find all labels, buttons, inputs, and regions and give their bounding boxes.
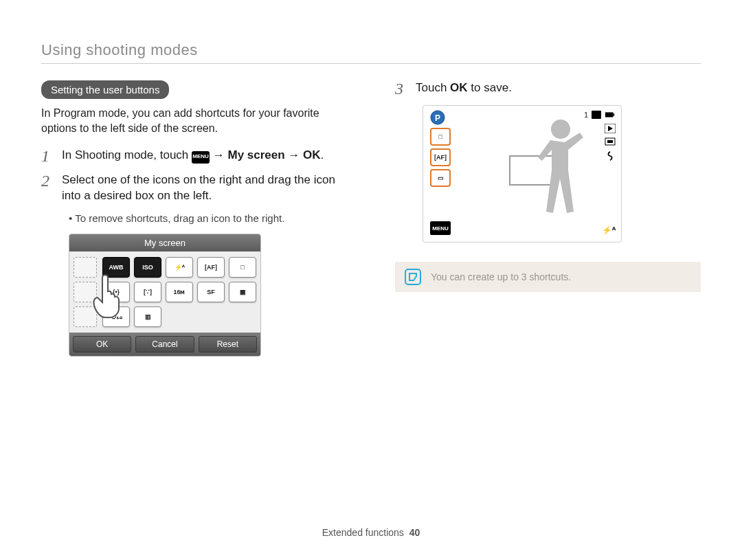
drop-slot[interactable] bbox=[74, 257, 97, 278]
myscreen-body: AWB ISO ⚡ᴬ [AF] □ {•} [∵] 16ᴍ SF ▦ ⏱₁₀ ▥ bbox=[69, 251, 260, 333]
step-1-suffix: . bbox=[321, 148, 324, 161]
shortcut-chip[interactable]: [AF] bbox=[430, 148, 451, 166]
flash-auto-indicator: ⚡ᴬ bbox=[602, 225, 616, 235]
note-icon bbox=[405, 269, 421, 285]
right-column: 3 Touch OK to save. P □ [AF] ▭ MENU 1 bbox=[395, 80, 701, 357]
step-1-prefix: In Shooting mode, touch bbox=[62, 148, 192, 161]
step-1: 1 In Shooting mode, touch MENU → My scre… bbox=[41, 148, 347, 164]
awb-icon[interactable]: AWB bbox=[102, 257, 130, 278]
playback-icon bbox=[605, 124, 616, 133]
ev-icon[interactable]: ▥ bbox=[134, 306, 161, 327]
step-3-prefix: Touch bbox=[416, 81, 450, 94]
intro-text: In Program mode, you can add shortcuts f… bbox=[41, 106, 347, 135]
reset-button[interactable]: Reset bbox=[199, 336, 257, 352]
step-1-path: → My screen → OK bbox=[213, 148, 321, 161]
page-footer: Extended functions 40 bbox=[0, 527, 742, 538]
face-icon[interactable]: [∵] bbox=[134, 282, 161, 302]
step-2-sub: To remove shortcuts, drag an icon to the… bbox=[69, 212, 347, 224]
shortcut-chip[interactable]: □ bbox=[430, 128, 451, 146]
program-mode-icon: P bbox=[430, 110, 445, 125]
shortcut-chip[interactable]: ▭ bbox=[430, 169, 451, 187]
step-3: 3 Touch OK to save. bbox=[395, 80, 701, 97]
preview-menu-button[interactable]: MENU bbox=[430, 221, 451, 235]
svg-rect-2 bbox=[592, 111, 601, 119]
flash-icon[interactable]: ⚡ᴬ bbox=[166, 257, 193, 278]
subject-silhouette-icon bbox=[530, 120, 592, 236]
display-icon bbox=[605, 137, 616, 147]
quality-icon[interactable]: SF bbox=[197, 282, 225, 302]
step-3-bold: OK bbox=[450, 81, 468, 94]
menu-icon: MENU bbox=[192, 151, 210, 164]
myscreen-footer: OK Cancel Reset bbox=[69, 333, 260, 356]
camera-preview: P □ [AF] ▭ MENU 1 ⚡ᴬ bbox=[423, 105, 622, 243]
resolution-icon[interactable]: 16ᴍ bbox=[166, 282, 193, 302]
section-header: Using shooting modes bbox=[41, 41, 701, 59]
memory-icon bbox=[591, 110, 602, 120]
footer-section: Extended functions bbox=[322, 527, 404, 538]
drop-slot[interactable] bbox=[74, 306, 97, 327]
page-number: 40 bbox=[409, 527, 420, 538]
af-icon[interactable]: [AF] bbox=[197, 257, 225, 278]
shot-count: 1 bbox=[584, 111, 588, 119]
step-number: 1 bbox=[41, 148, 54, 164]
step-number: 2 bbox=[41, 172, 54, 189]
battery-icon bbox=[605, 110, 616, 120]
svg-rect-4 bbox=[613, 113, 614, 116]
myscreen-title: My screen bbox=[69, 234, 260, 251]
step-2: 2 Select one of the icons on the right a… bbox=[41, 172, 347, 204]
stabilization-icon bbox=[605, 151, 616, 161]
single-icon[interactable]: □ bbox=[229, 257, 256, 278]
note-box: You can create up to 3 shortcuts. bbox=[395, 262, 701, 292]
svg-rect-7 bbox=[607, 140, 613, 143]
icon-grid: AWB ISO ⚡ᴬ [AF] □ {•} [∵] 16ᴍ SF ▦ ⏱₁₀ ▥ bbox=[102, 257, 256, 327]
cancel-button[interactable]: Cancel bbox=[135, 336, 194, 352]
setting-pill: Setting the user buttons bbox=[41, 80, 169, 99]
left-column: Setting the user buttons In Program mode… bbox=[41, 80, 347, 357]
note-text: You can create up to 3 shortcuts. bbox=[431, 271, 571, 282]
svg-text:P: P bbox=[435, 113, 440, 123]
divider bbox=[41, 63, 701, 64]
step-number: 3 bbox=[395, 80, 407, 97]
drop-column bbox=[74, 257, 98, 327]
step-3-text: Touch OK to save. bbox=[416, 80, 512, 96]
iso-icon[interactable]: ISO bbox=[134, 257, 161, 278]
step-2-text: Select one of the icons on the right and… bbox=[62, 172, 347, 204]
myscreen-panel: My screen AWB ISO ⚡ᴬ [AF] □ {•} [∵] bbox=[69, 234, 261, 357]
status-right-col bbox=[605, 124, 616, 161]
step-3-suffix: to save. bbox=[468, 81, 512, 94]
grid-icon[interactable]: ▦ bbox=[229, 282, 256, 302]
svg-rect-3 bbox=[605, 112, 614, 117]
status-top-right: 1 bbox=[584, 110, 616, 120]
step-1-text: In Shooting mode, touch MENU → My screen… bbox=[62, 148, 324, 164]
ok-button[interactable]: OK bbox=[73, 336, 131, 352]
timer-icon[interactable]: ⏱₁₀ bbox=[102, 306, 130, 327]
shortcut-column: □ [AF] ▭ bbox=[430, 128, 451, 187]
metering-icon[interactable]: {•} bbox=[102, 282, 130, 302]
drop-slot[interactable] bbox=[74, 282, 97, 302]
